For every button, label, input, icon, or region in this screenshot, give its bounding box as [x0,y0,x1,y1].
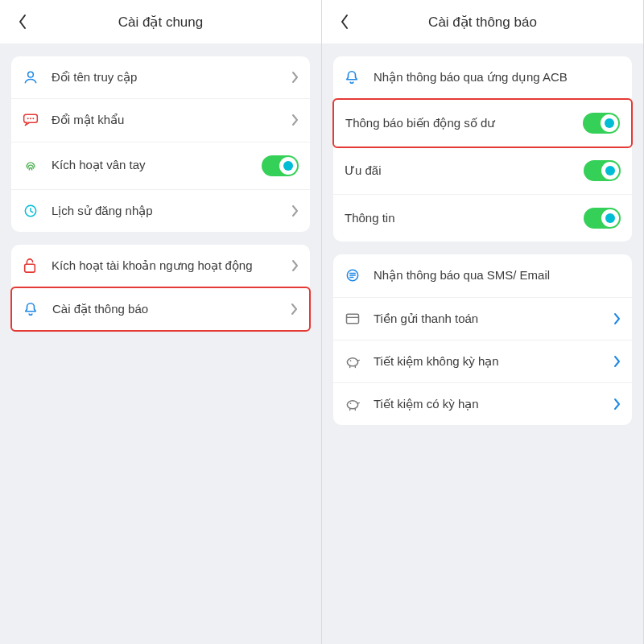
svg-point-2 [27,118,29,120]
deposit-row[interactable]: Tiền gửi thanh toán [333,298,632,341]
chevron-left-icon [17,13,28,31]
fingerprint-row[interactable]: Kích hoạt vân tay [11,142,310,190]
svg-rect-8 [347,314,359,324]
chevron-right-icon [291,114,299,126]
svg-rect-6 [25,264,35,272]
svg-point-10 [350,360,352,361]
app-notification-header-label: Nhận thông báo qua ứng dụng ACB [374,69,621,85]
fingerprint-icon [23,158,43,174]
bell-icon [23,301,44,317]
offers-notification-label: Ưu đãi [345,163,584,179]
wallet-icon [345,312,365,326]
sms-icon [345,267,365,283]
piggy-bank-icon [345,354,365,369]
chevron-left-icon [339,13,350,31]
notification-settings-row[interactable]: Cài đặt thông báo [10,287,311,332]
change-password-row[interactable]: Đổi mật khẩu [11,99,310,142]
savings-no-term-row[interactable]: Tiết kiệm không kỳ hạn [333,341,632,383]
balance-notification-toggle[interactable] [583,113,620,134]
chevron-right-icon [291,71,299,84]
sms-notification-card: Nhận thông báo qua SMS/ Email Tiền gửi t… [333,254,632,425]
svg-point-4 [32,118,34,120]
page-title: Cài đặt chung [0,14,321,31]
left-content: Đổi tên truy cập Đổi mật khẩu Kích hoạ [0,43,321,357]
svg-point-11 [347,401,357,409]
rename-access-row[interactable]: Đổi tên truy cập [11,56,310,99]
sms-notification-header-label: Nhận thông báo qua SMS/ Email [374,267,621,283]
fingerprint-label: Kích hoạt vân tay [52,157,262,173]
change-password-label: Đổi mật khẩu [52,112,291,128]
deposit-label: Tiền gửi thanh toán [374,311,613,327]
piggy-bank-icon [345,397,365,411]
bell-icon [345,69,365,85]
login-history-row[interactable]: Lịch sử đăng nhập [11,190,310,232]
reactivate-account-row[interactable]: Kích hoạt tài khoản ngưng hoạt động [11,245,310,287]
right-content: Nhận thông báo qua ứng dụng ACB Thông bá… [322,43,643,451]
app-notification-header: Nhận thông báo qua ứng dụng ACB [333,56,632,99]
savings-no-term-label: Tiết kiệm không kỳ hạn [374,353,613,369]
svg-point-0 [28,72,34,77]
reactivate-account-label: Kích hoạt tài khoản ngưng hoạt động [52,258,291,274]
chevron-right-icon [291,259,299,272]
savings-term-label: Tiết kiệm có kỳ hạn [374,396,613,412]
chat-icon [23,113,43,127]
offers-notification-row[interactable]: Ưu đãi [333,147,632,195]
balance-notification-row[interactable]: Thông báo biến động số dư [332,98,633,148]
login-history-label: Lịch sử đăng nhập [52,203,291,219]
info-notification-label: Thông tin [345,210,584,226]
back-button[interactable] [332,9,357,35]
svg-point-3 [30,118,31,120]
svg-point-12 [350,402,352,404]
chevron-right-icon [613,312,621,325]
left-pane: Cài đặt chung Đổi tên truy cập Đổi mật k… [0,0,322,644]
info-notification-toggle[interactable] [584,208,621,229]
left-header: Cài đặt chung [0,0,321,43]
account-card: Kích hoạt tài khoản ngưng hoạt động Cài … [11,245,310,332]
rename-access-label: Đổi tên truy cập [52,69,291,85]
balance-notification-label: Thông báo biến động số dư [345,115,583,131]
general-settings-card: Đổi tên truy cập Đổi mật khẩu Kích hoạ [11,56,310,232]
lock-icon [23,258,43,274]
page-title: Cài đặt thông báo [322,14,643,31]
app-notification-card: Nhận thông báo qua ứng dụng ACB Thông bá… [333,56,632,242]
chevron-right-icon [613,355,621,368]
chevron-right-icon [291,204,299,217]
right-pane: Cài đặt thông báo Nhận thông báo qua ứng… [322,0,644,644]
right-header: Cài đặt thông báo [322,0,643,43]
savings-term-row[interactable]: Tiết kiệm có kỳ hạn [333,383,632,425]
sms-notification-header: Nhận thông báo qua SMS/ Email [333,254,632,297]
clock-icon [23,203,43,219]
user-icon [23,69,43,85]
fingerprint-toggle[interactable] [262,155,299,176]
chevron-right-icon [290,303,298,316]
offers-notification-toggle[interactable] [584,160,621,181]
chevron-right-icon [613,398,621,411]
notification-settings-label: Cài đặt thông báo [52,301,290,317]
info-notification-row[interactable]: Thông tin [333,195,632,242]
back-button[interactable] [10,9,35,35]
svg-point-9 [347,358,357,366]
